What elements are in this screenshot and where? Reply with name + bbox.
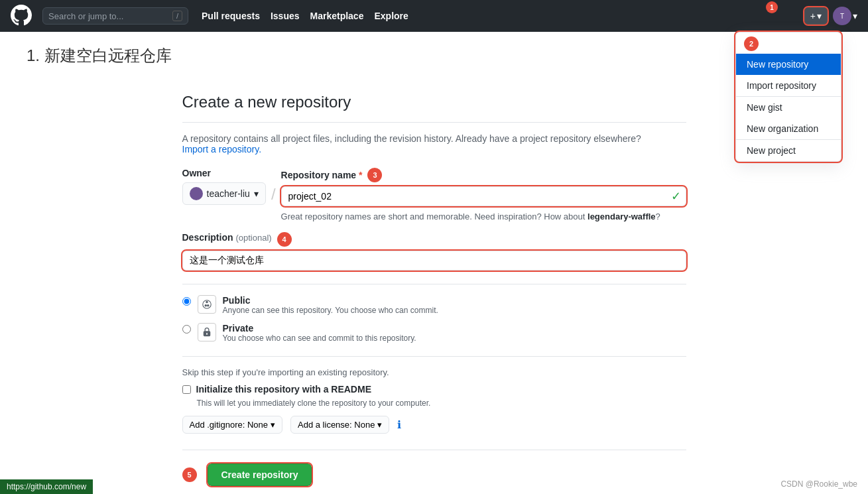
step4-badge: 4 [277,232,292,247]
info-icon[interactable]: ℹ [397,418,401,431]
navbar-right: 1 + ▾ T ▾ [804,7,857,25]
main-content: Create a new repository A repository con… [162,80,706,494]
init-readme-desc: This will let you immediately clone the … [197,399,686,408]
repo-name-input-wrapper: ✓ [281,186,686,206]
slash-divider: / [271,185,276,204]
plus-caret: ▾ [817,11,822,21]
init-readme-checkbox[interactable] [182,385,191,394]
form-subtitle: A repository contains all project files,… [182,133,686,154]
public-text: Public Anyone can see this repository. Y… [223,295,438,315]
init-section: Skip this step if you're importing an ex… [182,356,686,408]
repo-name-group: Repository name * 3 ✓ Great repository n… [281,168,686,221]
github-logo[interactable] [11,5,32,28]
form-title: Create a new repository [182,93,686,123]
create-repository-button[interactable]: Create repository [208,463,312,486]
owner-group: Owner teacher-liu ▾ [182,168,266,205]
navbar: / Pull requests Issues Marketplace Explo… [0,0,868,32]
nav-marketplace[interactable]: Marketplace [310,11,364,21]
owner-select[interactable]: teacher-liu ▾ [182,182,266,205]
plus-icon: + [810,11,816,21]
dropdown-import-repository[interactable]: Import repository [736,75,841,96]
owner-label: Owner [182,168,266,178]
search-bar[interactable]: / [42,7,188,25]
avatar-caret: ▾ [853,11,857,21]
visibility-section: Public Anyone can see this repository. Y… [182,284,686,343]
license-label: Add a license: None [298,420,375,430]
owner-repo-row: Owner teacher-liu ▾ / Repository name * … [182,168,686,221]
description-input-wrapper [182,251,686,271]
step3-badge: 3 [367,168,382,182]
owner-avatar [190,187,203,200]
description-label: Description (optional) [182,232,272,243]
license-select[interactable]: Add a license: None ▾ [290,416,389,434]
avatar: T [833,7,851,25]
import-link[interactable]: Import a repository. [182,144,262,154]
csdn-watermark: CSDN @Rookie_wbe [780,479,857,489]
optional-label: (optional) [235,233,271,243]
private-text: Private You choose who can see and commi… [223,323,416,343]
description-section: Description (optional) 4 [182,232,686,271]
repo-suggestion: legendary-waffle [588,212,656,221]
plus-button[interactable]: + ▾ [804,7,828,25]
nav-issues[interactable]: Issues [271,11,300,21]
dropdown-new-repository[interactable]: New repository [736,54,841,75]
required-marker: * [359,170,362,180]
init-readme-label[interactable]: Initialize this repository with a README [196,384,371,395]
gitignore-caret: ▾ [271,420,275,430]
avatar-button[interactable]: T ▾ [833,7,857,25]
dropdown-new-gist[interactable]: New gist [736,97,841,118]
init-readme-row: Initialize this repository with a README [182,384,686,395]
navbar-links: Pull requests Issues Marketplace Explore [202,11,408,21]
owner-caret: ▾ [254,188,259,199]
owner-name: teacher-liu [207,188,250,199]
repo-name-input[interactable] [281,186,686,206]
search-input[interactable] [48,11,161,21]
nav-explore[interactable]: Explore [374,11,408,21]
gitignore-select[interactable]: Add .gitignore: None ▾ [182,416,283,434]
submit-section: 5 Create repository [182,450,686,486]
step1-badge: 1 [766,1,778,13]
repo-hint: Great repository names are short and mem… [281,212,686,221]
public-icon [198,295,216,314]
dropdown-menu: 2 New repository Import repository New g… [735,32,841,162]
private-option: Private You choose who can see and commi… [182,323,686,343]
public-radio[interactable] [182,297,191,306]
dropdown-new-project[interactable]: New project [736,140,841,161]
search-shortcut: / [172,11,182,21]
status-bar: https://github.com/new [0,479,93,494]
check-icon: ✓ [671,189,681,204]
license-caret: ▾ [377,420,382,430]
nav-pull-requests[interactable]: Pull requests [202,11,260,21]
gitignore-label: Add .gitignore: None [190,420,269,430]
dropdown-new-organization[interactable]: New organization [736,118,841,139]
private-radio[interactable] [182,325,191,334]
dropdowns-row: Add .gitignore: None ▾ Add a license: No… [182,416,686,434]
init-skip-text: Skip this step if you're importing an ex… [182,367,686,377]
step2-badge: 2 [744,36,759,51]
description-input[interactable] [182,251,686,271]
private-icon [198,323,216,341]
repo-name-label: Repository name * [281,170,363,180]
step5-badge: 5 [182,467,197,482]
public-option: Public Anyone can see this repository. Y… [182,295,686,315]
